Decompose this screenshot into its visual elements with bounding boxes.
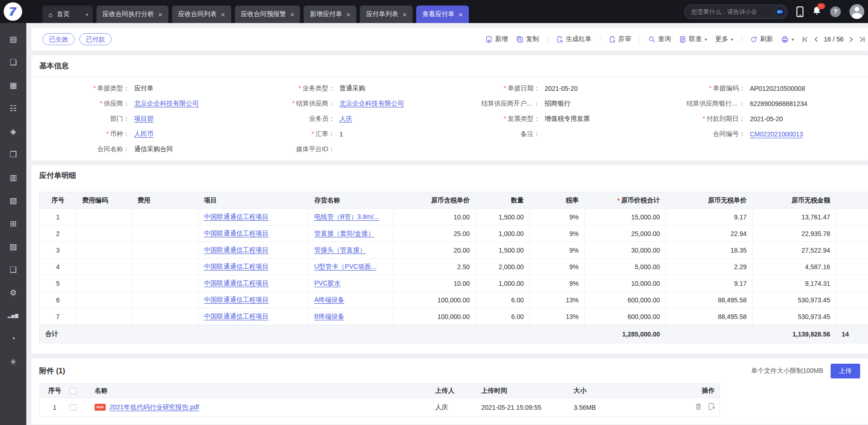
cell-net-price: 22.94 <box>666 225 753 242</box>
chevron-down-icon[interactable]: ▾ <box>86 12 88 17</box>
contract-code-link[interactable]: CM022021000013 <box>750 130 803 138</box>
user-avatar[interactable] <box>850 4 864 19</box>
close-icon[interactable]: × <box>158 11 162 18</box>
cell-price: 100,000.00 <box>394 308 476 325</box>
cell-expense-code <box>77 259 132 275</box>
copy-docs-icon[interactable]: ❐ <box>0 143 26 166</box>
more-button[interactable]: 更多 ▾ <box>715 35 733 43</box>
settle-supplier-link[interactable]: 北京企企科技有限公司 <box>339 100 404 108</box>
supplier-link[interactable]: 北京企企科技有限公司 <box>134 100 199 108</box>
attachment-file-link[interactable]: 2021年低代码行业研究报告.pdf <box>109 403 199 412</box>
cell-expense <box>132 225 198 242</box>
shield-funds-icon[interactable]: ◈ <box>0 120 26 143</box>
chevron-down-icon: ▾ <box>705 37 707 42</box>
cell-net-price: 88,495.58 <box>666 292 753 308</box>
ledger-icon[interactable]: ▦ <box>0 74 26 97</box>
upload-button[interactable]: 上传 <box>831 364 860 378</box>
item-link[interactable]: B终端设备 <box>314 313 344 321</box>
cell-seq: 5 <box>40 275 77 291</box>
total-extra-clipped: 14 <box>836 325 868 343</box>
document-icon[interactable]: ❏ <box>0 51 26 74</box>
item-link[interactable]: 管直接（套筒/盒接） <box>314 230 374 238</box>
department-link[interactable]: 项目部 <box>134 115 154 123</box>
copy-button[interactable]: 复制 <box>516 35 539 43</box>
next-page-icon[interactable] <box>849 36 854 42</box>
notification-badge: ⋯ <box>817 3 825 9</box>
tab-home[interactable]: ⌂ 首页 ▾ <box>42 6 93 23</box>
nav-board-icon[interactable]: ▤ <box>0 28 26 51</box>
attachments-table-header: 序号 名称 上传人 上传时间 大小 操作 <box>40 384 719 398</box>
clipboard-icon[interactable]: ❑ <box>0 258 26 281</box>
project-link[interactable]: 中国联通通信工程项目 <box>204 313 269 321</box>
select-all-checkbox[interactable] <box>70 388 76 394</box>
tab-label: 应收合同列表 <box>178 10 217 18</box>
misc-asterisk-icon[interactable]: ✳ <box>0 350 26 373</box>
tab-item[interactable]: 应收合同列表× <box>172 6 231 23</box>
cell-extra <box>836 259 868 275</box>
first-page-icon[interactable] <box>802 36 808 42</box>
cell-expense-code <box>77 242 132 258</box>
project-link[interactable]: 中国联通通信工程项目 <box>204 246 269 254</box>
tab-item[interactable]: 新增应付单× <box>304 6 356 23</box>
cell-net-amount: 530,973.45 <box>753 308 836 325</box>
project-link[interactable]: 中国联通通信工程项目 <box>204 296 269 304</box>
history-clock-icon[interactable]: ◔ <box>0 327 26 350</box>
notifications-button[interactable]: ⋯ <box>812 6 821 18</box>
bar-chart-icon[interactable]: ▂▅▇ <box>0 304 26 327</box>
abacus-icon[interactable]: ▥ <box>0 166 26 189</box>
col-extra <box>836 192 868 208</box>
col-expense-code: 费用编码 <box>77 192 132 208</box>
layers-icon[interactable]: ☷ <box>0 97 26 120</box>
mobile-app-icon[interactable] <box>796 6 803 17</box>
status-badge-paid: 已付款 <box>79 33 112 45</box>
linked-query-button[interactable]: 联查 ▾ <box>679 35 707 43</box>
item-link[interactable]: 电线管（B管）3.8m/... <box>314 213 379 221</box>
close-icon[interactable]: × <box>346 11 350 18</box>
item-link[interactable]: PVC胶水 <box>314 279 341 288</box>
money-doc-icon[interactable]: ▨ <box>0 235 26 258</box>
item-link[interactable]: A终端设备 <box>314 296 344 304</box>
preview-attachment-button[interactable] <box>708 403 715 412</box>
tab-item[interactable]: 应收合同执行分析× <box>96 6 168 23</box>
close-icon[interactable]: × <box>221 11 225 18</box>
project-link[interactable]: 中国联通通信工程项目 <box>204 213 269 221</box>
salesperson-link[interactable]: 人庆 <box>339 115 352 123</box>
assistant-search[interactable] <box>684 5 788 19</box>
project-link[interactable]: 中国联通通信工程项目 <box>204 279 269 288</box>
close-icon[interactable]: × <box>290 11 294 18</box>
grid-apps-icon[interactable]: ⊞ <box>0 212 26 235</box>
delete-attachment-button[interactable] <box>695 403 702 412</box>
tab-item[interactable]: 应付单列表× <box>360 6 413 23</box>
required-asterisk: * <box>709 84 711 92</box>
tab-active[interactable]: 查看应付单× <box>416 6 469 23</box>
robot-assistant-icon[interactable] <box>774 6 785 17</box>
field-due-date: *付款到期日：2021-05-20 <box>655 111 860 126</box>
help-button[interactable]: ? <box>830 6 841 17</box>
settings-gear-icon[interactable]: ⚙ <box>0 281 26 304</box>
package-icon[interactable]: ▧ <box>0 189 26 212</box>
unaudit-button[interactable]: 弃审 <box>609 35 631 43</box>
row-checkbox[interactable] <box>70 404 76 411</box>
print-button[interactable]: ▾ <box>781 36 794 43</box>
cell-net-amount: 22,935.78 <box>753 225 836 242</box>
cell-project: 中国联通通信工程项目 <box>198 292 309 308</box>
query-button[interactable]: 查询 <box>648 35 671 43</box>
col-seq: 序号 <box>40 387 70 395</box>
currency-link[interactable]: 人民币 <box>134 130 154 138</box>
tab-item[interactable]: 应收合同预报警× <box>235 6 300 23</box>
col-expense: 费用 <box>132 192 198 208</box>
item-link[interactable]: U型管卡（PVC墙面... <box>314 263 377 271</box>
project-link[interactable]: 中国联通通信工程项目 <box>204 263 269 271</box>
generate-red-order-button[interactable]: 生成红单 <box>556 35 592 43</box>
cell-total: 30,000.00 <box>585 242 666 258</box>
close-icon[interactable]: × <box>459 11 463 18</box>
last-page-icon[interactable] <box>859 36 865 42</box>
close-icon[interactable]: × <box>402 11 407 18</box>
search-input[interactable] <box>691 8 774 15</box>
refresh-button[interactable]: 刷新 <box>750 35 773 43</box>
item-link[interactable]: 管接头（管直接） <box>314 246 366 254</box>
prev-page-icon[interactable] <box>814 36 818 42</box>
cell-tax: 13% <box>530 292 585 308</box>
project-link[interactable]: 中国联通通信工程项目 <box>204 230 269 238</box>
add-button[interactable]: 新增 <box>485 35 508 43</box>
